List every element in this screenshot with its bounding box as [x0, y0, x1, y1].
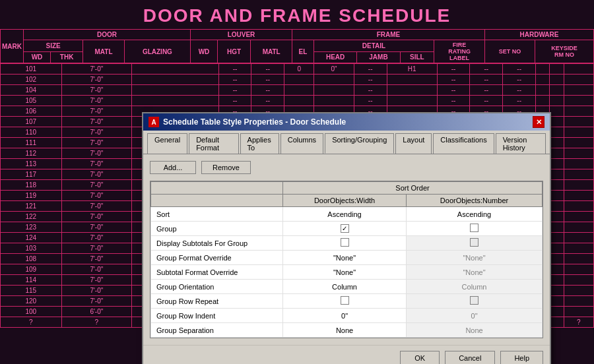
table-cell — [550, 159, 564, 169]
dialog-titlebar: A Schedule Table Style Properties - Door… — [143, 113, 550, 131]
table-cell: -- — [251, 85, 284, 96]
ok-button[interactable]: OK — [400, 351, 440, 364]
tab-version-history[interactable]: Version History — [496, 133, 546, 154]
table-cell: 7'-0" — [61, 296, 131, 307]
table-cell: -- — [251, 96, 284, 106]
table-cell — [284, 85, 314, 96]
table-cell: -- — [354, 85, 387, 96]
table-cell — [564, 85, 593, 96]
dialog-close-button[interactable]: ✕ — [533, 116, 544, 128]
table-cell — [564, 233, 593, 243]
table-cell — [564, 212, 593, 222]
checkbox-unchecked[interactable] — [341, 296, 349, 305]
table-cell: H1 — [387, 64, 437, 75]
el-header: EL — [292, 40, 314, 63]
tab-applies-to[interactable]: Applies To — [240, 133, 279, 154]
tab-classifications[interactable]: Classifications — [433, 133, 494, 154]
tab-sorting-grouping[interactable]: Sorting/Grouping — [325, 133, 394, 154]
sort-property-row: Group Format Override"None""None" — [151, 251, 543, 265]
table-cell: -- — [437, 75, 470, 85]
table-cell — [550, 117, 564, 127]
table-cell: 104 — [1, 85, 62, 96]
table-cell — [314, 96, 354, 106]
sort-value-1[interactable] — [283, 294, 407, 309]
sort-value-1[interactable] — [283, 236, 407, 251]
table-cell: 121 — [1, 201, 62, 212]
sort-table-container: Sort Order DoorObjects:Width DoorObjects… — [150, 181, 543, 338]
table-cell: 7'-0" — [61, 275, 131, 286]
table-cell — [564, 296, 593, 307]
table-cell: ? — [1, 317, 62, 328]
louver-hgt-header: HGT — [218, 40, 251, 63]
cancel-button[interactable]: Cancel — [445, 351, 495, 364]
table-cell: 107 — [1, 117, 62, 127]
checkbox-checked[interactable]: ✓ — [341, 224, 349, 233]
table-cell: 105 — [1, 96, 62, 106]
thk-header: THK — [51, 51, 83, 63]
setno-header: SET NO — [485, 40, 535, 63]
table-cell — [284, 75, 314, 85]
sort-value-2[interactable] — [407, 222, 543, 236]
table-cell: 7'-0" — [61, 159, 131, 169]
table-cell: 102 — [1, 75, 62, 85]
tab-layout[interactable]: Layout — [395, 133, 432, 154]
tab-default-format[interactable]: Default Format — [189, 133, 238, 154]
table-cell — [284, 96, 314, 106]
table-cell: 110 — [1, 127, 62, 138]
table-cell: 109 — [1, 264, 62, 275]
table-cell: -- — [503, 75, 536, 85]
table-cell: 7'-0" — [61, 96, 131, 106]
table-cell — [550, 254, 564, 264]
head-header: HEAD — [314, 51, 356, 63]
sort-property-row: Group Row Indent0"0" — [151, 309, 543, 323]
table-cell — [550, 275, 564, 286]
table-cell — [564, 191, 593, 201]
sort-row-label: Subtotal Format Override — [151, 265, 283, 280]
table-cell: -- — [218, 96, 251, 106]
table-cell — [536, 85, 550, 96]
table-cell — [564, 127, 593, 138]
louver-matl-header: MATL — [251, 40, 292, 63]
table-cell — [550, 307, 564, 317]
tab-general[interactable]: General — [147, 133, 187, 154]
table-cell — [550, 75, 564, 85]
dialog-body: Add... Remove Sort Order DoorObjects:Wid… — [143, 154, 550, 345]
table-cell: -- — [354, 64, 387, 75]
table-cell: 7'-0" — [61, 222, 131, 233]
table-cell: 7'-0" — [61, 233, 131, 243]
page-title: DOOR AND FRAME SCHEDULE — [0, 0, 594, 29]
table-cell: -- — [218, 85, 251, 96]
table-cell — [550, 243, 564, 254]
schedule-header-table: MARK DOOR LOUVER FRAME HARDWARE SIZE MAT… — [0, 29, 594, 63]
table-cell — [564, 222, 593, 233]
help-button[interactable]: Help — [500, 351, 543, 364]
sort-value-2 — [407, 236, 543, 251]
table-row: 1027'-0"------------ — [1, 75, 594, 85]
table-cell: 7'-0" — [61, 148, 131, 159]
checkbox-unchecked[interactable] — [470, 224, 478, 232]
table-cell — [564, 64, 593, 75]
table-cell — [550, 233, 564, 243]
table-cell: -- — [470, 85, 503, 96]
table-cell: 106 — [1, 106, 62, 117]
hardware-group-header: HARDWARE — [485, 30, 594, 40]
table-cell: 7'-0" — [61, 243, 131, 254]
checkbox-unchecked[interactable] — [341, 238, 349, 247]
table-cell — [550, 169, 564, 180]
sort-property-row: Group SeparationNoneNone — [151, 323, 543, 338]
table-cell — [387, 85, 437, 96]
tab-columns[interactable]: Columns — [280, 133, 323, 154]
table-row: 1057'-0"------------ — [1, 96, 594, 106]
sort-value-1: None — [283, 323, 407, 338]
table-cell — [550, 317, 564, 328]
sort-row-label: Group — [151, 222, 283, 236]
table-cell — [564, 264, 593, 275]
louver-wd-header: WD — [190, 40, 217, 63]
sort-value-1[interactable]: ✓ — [283, 222, 407, 236]
add-button[interactable]: Add... — [150, 161, 196, 174]
remove-button[interactable]: Remove — [201, 161, 251, 174]
table-cell — [550, 106, 564, 117]
table-row: 1017'-0"----00"--H1------ — [1, 64, 594, 75]
table-cell — [564, 96, 593, 106]
table-cell — [564, 286, 593, 296]
